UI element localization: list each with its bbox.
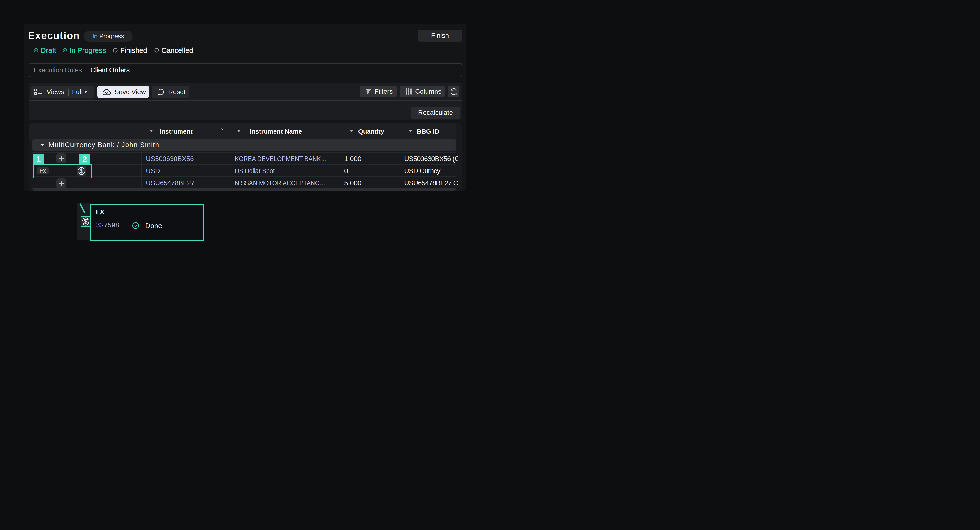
svg-text:$: $ [80, 167, 83, 174]
svg-text:$: $ [84, 218, 87, 225]
